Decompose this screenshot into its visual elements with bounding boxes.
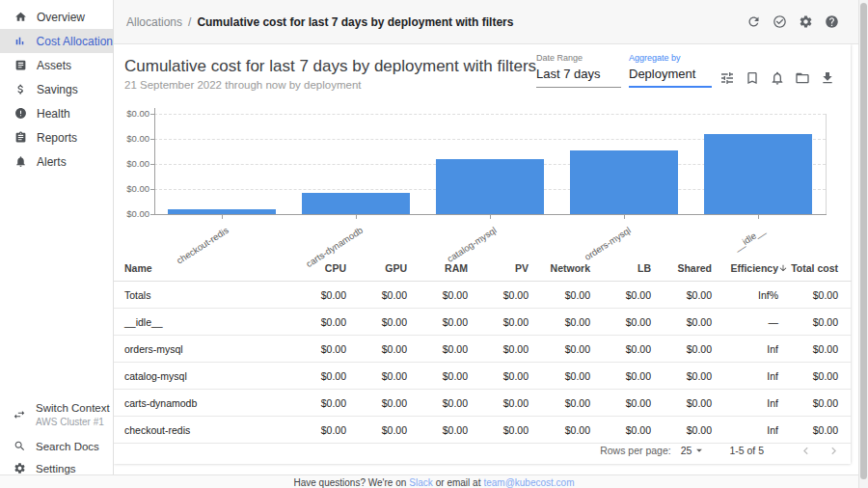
allocation-table-wrap: NameCPUGPURAMPVNetworkLBSharedEfficiency…	[114, 255, 851, 444]
bar-checkout-redis[interactable]	[168, 209, 276, 214]
cell-value: $0.00	[346, 417, 407, 444]
table-row-totals[interactable]: Totals$0.00$0.00$0.00$0.00$0.00$0.00$0.0…	[114, 282, 852, 309]
email-link[interactable]: team@kubecost.com	[483, 477, 574, 488]
settings-gear-icon[interactable]	[799, 14, 813, 29]
cell-value: $0.00	[407, 336, 468, 363]
breadcrumb-current-report: Cumulative cost for last 7 days by deplo…	[197, 15, 513, 29]
breadcrumb: Allocations / Cumulative cost for last 7…	[114, 15, 513, 29]
cell-value: $0.00	[346, 282, 407, 309]
cell-value: $0.00	[778, 309, 852, 336]
cell-value: $0.00	[529, 309, 590, 336]
save-report-bookmark-icon[interactable]	[745, 70, 760, 86]
cell-name: Totals	[114, 282, 285, 309]
date-range-label: Date Range	[536, 53, 621, 63]
table-row-catalog-mysql[interactable]: catalog-mysql$0.00$0.00$0.00$0.00$0.00$0…	[114, 363, 852, 390]
breadcrumb-separator: /	[188, 15, 191, 29]
sort-desc-icon	[778, 263, 788, 273]
cell-value: $0.00	[407, 390, 468, 417]
cell-value: $0.00	[778, 282, 852, 309]
gridline	[154, 114, 826, 115]
cell-value: Inf	[712, 363, 778, 390]
vertical-scrollbar[interactable]	[858, 0, 868, 488]
report-card: Cumulative cost for last 7 days by deplo…	[114, 44, 851, 464]
column-header-cpu[interactable]: CPU	[285, 255, 346, 282]
cell-name: __idle__	[114, 309, 285, 336]
column-header-network[interactable]: Network	[529, 255, 590, 282]
bar-idle[interactable]	[704, 134, 812, 214]
sidebar-item-alerts[interactable]: Alerts	[0, 149, 113, 174]
column-header-name[interactable]: Name	[114, 255, 285, 282]
sidebar-item-overview[interactable]: Overview	[0, 5, 113, 29]
help-icon[interactable]	[825, 14, 839, 29]
bar-carts-dynamodb[interactable]	[302, 193, 410, 214]
download-icon[interactable]	[820, 70, 835, 86]
sidebar-item-cost-allocation[interactable]: Cost Allocation	[0, 29, 113, 53]
sidebar-item-assets[interactable]: Assets	[0, 53, 113, 77]
sidebar-item-settings[interactable]: Settings	[0, 462, 113, 474]
cell-value: $0.00	[529, 363, 590, 390]
edit-filters-icon[interactable]	[719, 70, 735, 86]
column-header-shared[interactable]: Shared	[651, 255, 712, 282]
column-header-lb[interactable]: LB	[590, 255, 651, 282]
report-subtitle: 21 September 2022 through now by deploym…	[124, 79, 362, 91]
alerts-bell-icon[interactable]	[770, 70, 785, 86]
cell-value: $0.00	[651, 363, 712, 390]
date-range-value[interactable]: Last 7 days	[536, 63, 621, 88]
open-reports-folder-icon[interactable]	[795, 70, 810, 86]
bar-orders-mysql[interactable]	[570, 150, 678, 214]
cell-value: $0.00	[778, 363, 852, 390]
dropdown-caret-icon	[692, 444, 706, 457]
cell-value: $0.00	[407, 417, 468, 444]
cell-value: $0.00	[778, 390, 852, 417]
previous-page-button[interactable]	[799, 444, 813, 458]
rows-per-page-label: Rows per page:	[600, 445, 671, 456]
sidebar-item-switch-context[interactable]: Switch Context AWS Cluster #1	[0, 402, 113, 428]
switch-context-text: Switch Context AWS Cluster #1	[36, 402, 110, 428]
breadcrumb-allocations[interactable]: Allocations	[126, 15, 182, 29]
aggregate-by-select[interactable]: Aggregate by Deployment	[629, 53, 712, 88]
column-header-pv[interactable]: PV	[468, 255, 529, 282]
scrollbar-thumb[interactable]	[860, 3, 867, 479]
cell-value: $0.00	[346, 336, 407, 363]
topbar-actions	[746, 14, 858, 29]
chevron-left-icon	[799, 444, 813, 458]
cluster-name: AWS Cluster #1	[36, 417, 110, 428]
cell-value: $0.00	[285, 417, 346, 444]
switch-context-label: Switch Context	[36, 402, 110, 416]
bell-filled-icon	[14, 155, 27, 168]
column-header-ram[interactable]: RAM	[407, 255, 468, 282]
x-axis-tick	[356, 215, 357, 219]
table-row-carts-dynamodb[interactable]: carts-dynamodb$0.00$0.00$0.00$0.00$0.00$…	[114, 390, 852, 417]
settings-label: Settings	[36, 463, 76, 474]
date-range-select[interactable]: Date Range Last 7 days	[536, 53, 621, 88]
next-page-button[interactable]	[827, 444, 841, 458]
rows-per-page-select[interactable]: 25	[681, 444, 707, 457]
sidebar-item-savings[interactable]: Savings	[0, 77, 113, 101]
cell-name: carts-dynamodb	[114, 390, 285, 417]
cell-value: $0.00	[285, 282, 346, 309]
bar-catalog-mysql[interactable]	[436, 159, 544, 214]
status-check-icon[interactable]	[773, 14, 787, 29]
y-axis-tick-label: $0.00	[114, 158, 149, 169]
cell-value: $0.00	[529, 417, 590, 444]
cell-value: $0.00	[651, 336, 712, 363]
column-header-total-cost[interactable]: Total cost	[778, 255, 852, 282]
sidebar-item-reports[interactable]: Reports	[0, 125, 113, 149]
sidebar-item-health[interactable]: Health	[0, 101, 113, 125]
health-icon	[14, 107, 27, 120]
aggregate-by-value[interactable]: Deployment	[629, 63, 712, 88]
cell-name: catalog-mysql	[114, 363, 285, 390]
slack-link[interactable]: Slack	[409, 477, 432, 488]
column-header-efficiency[interactable]: Efficiency	[712, 255, 778, 282]
column-header-gpu[interactable]: GPU	[346, 255, 407, 282]
table-row-idle[interactable]: __idle__$0.00$0.00$0.00$0.00$0.00$0.00$0…	[114, 309, 852, 336]
search-icon	[13, 440, 26, 452]
cell-value: $0.00	[285, 309, 346, 336]
x-axis-tick	[624, 215, 625, 219]
table-row-orders-mysql[interactable]: orders-mysql$0.00$0.00$0.00$0.00$0.00$0.…	[114, 336, 852, 363]
refresh-icon[interactable]	[746, 14, 761, 29]
sidebar-item-search-docs[interactable]: Search Docs	[0, 440, 113, 452]
footer-text-prefix: Have questions? We're on	[293, 477, 406, 488]
cell-value: $0.00	[651, 282, 712, 309]
reports-icon	[14, 131, 27, 144]
